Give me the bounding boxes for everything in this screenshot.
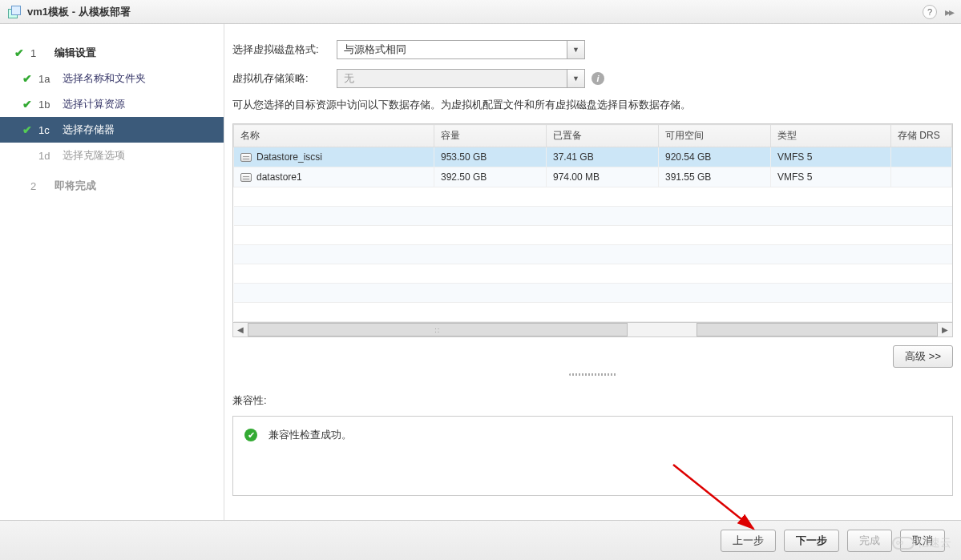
advanced-button[interactable]: 高级 >> [893, 345, 953, 368]
cell-provisioned: 974.00 MB [547, 167, 659, 187]
step-number: 1a [38, 73, 63, 85]
table-row-empty [234, 245, 952, 264]
scroll-thumb[interactable]: :: [248, 323, 628, 336]
storage-policy-dropdown: 无 ▼ [337, 69, 585, 88]
step-label: 选择名称和文件夹 [63, 71, 146, 86]
cancel-button[interactable]: 取消 [900, 530, 945, 552]
back-button[interactable]: 上一步 [721, 530, 776, 552]
scroll-right-icon[interactable]: ▶ [938, 325, 952, 334]
grid-header: 名称 容量 已置备 可用空间 类型 存储 DRS [234, 125, 952, 147]
next-button[interactable]: 下一步 [784, 530, 839, 552]
step-label: 选择克隆选项 [63, 148, 125, 163]
check-icon: ✔ [22, 123, 38, 136]
pin-button[interactable]: ▸▸ [945, 6, 953, 18]
scroll-thumb[interactable] [697, 323, 938, 336]
table-row-empty [234, 264, 952, 284]
table-row-empty [234, 207, 952, 226]
step-label: 即将完成 [55, 179, 96, 193]
table-row[interactable]: datastore1 392.50 GB 974.00 MB 391.55 GB… [234, 167, 952, 187]
window-title: vm1模板 - 从模板部署 [27, 5, 918, 19]
info-icon[interactable]: i [592, 72, 604, 85]
cell-name: datastore1 [256, 171, 302, 183]
wizard-footer: 上一步 下一步 完成 取消 [0, 520, 961, 560]
titlebar: vm1模板 - 从模板部署 ? ▸▸ [0, 0, 961, 24]
col-free[interactable]: 可用空间 [659, 125, 771, 147]
check-icon: ✔ [14, 46, 30, 59]
storage-policy-label: 虚拟机存储策略: [232, 71, 337, 86]
cell-provisioned: 37.41 GB [547, 147, 659, 167]
col-drs[interactable]: 存储 DRS [891, 125, 952, 147]
finish-button: 完成 [847, 530, 892, 552]
check-icon: ✔ [22, 98, 38, 111]
cell-type: VMFS 5 [771, 147, 891, 167]
col-type[interactable]: 类型 [771, 125, 891, 147]
cell-capacity: 953.50 GB [434, 147, 547, 167]
step-number: 1d [38, 150, 63, 162]
step-number: 1 [30, 47, 55, 59]
chevron-down-icon[interactable]: ▼ [567, 41, 584, 58]
step-number: 1c [38, 124, 63, 136]
step-label: 选择计算资源 [63, 97, 125, 111]
grid-scrollbar[interactable]: ◀ :: ▶ [233, 322, 952, 336]
step-label: 选择存储器 [63, 123, 115, 137]
disk-format-dropdown[interactable]: 与源格式相同 ▼ [337, 40, 585, 59]
step-header-2[interactable]: 2 即将完成 [0, 173, 224, 199]
resize-grip-icon[interactable] [232, 373, 953, 376]
scroll-track[interactable]: :: [248, 323, 938, 336]
cell-capacity: 392.50 GB [434, 167, 547, 187]
table-row[interactable]: Datastore_iscsi 953.50 GB 37.41 GB 920.5… [234, 147, 952, 167]
compatibility-message: 兼容性检查成功。 [269, 429, 352, 441]
datastore-icon [240, 173, 252, 182]
step-1b[interactable]: ✔ 1b 选择计算资源 [0, 91, 224, 117]
compatibility-box: ✔ 兼容性检查成功。 [232, 416, 953, 496]
step-header-1[interactable]: ✔ 1 编辑设置 [0, 40, 224, 66]
help-button[interactable]: ? [923, 5, 937, 19]
step-1d[interactable]: 1d 选择克隆选项 [0, 143, 224, 168]
disk-format-row: 选择虚拟磁盘格式: 与源格式相同 ▼ [232, 40, 953, 59]
table-row-empty [234, 226, 952, 245]
col-provisioned[interactable]: 已置备 [547, 125, 659, 147]
dropdown-value: 与源格式相同 [337, 42, 567, 57]
datastore-grid: 名称 容量 已置备 可用空间 类型 存储 DRS Datastore_iscsi… [232, 123, 953, 337]
col-name[interactable]: 名称 [234, 125, 434, 147]
storage-policy-row: 虚拟机存储策略: 无 ▼ i [232, 69, 953, 88]
cell-free: 920.54 GB [659, 147, 771, 167]
cell-name: Datastore_iscsi [256, 151, 322, 163]
cell-drs [891, 147, 952, 167]
compatibility-label: 兼容性: [232, 393, 953, 408]
scroll-left-icon[interactable]: ◀ [233, 325, 248, 334]
chevron-down-icon: ▼ [567, 70, 584, 87]
disk-format-label: 选择虚拟磁盘格式: [232, 42, 337, 57]
step-1a[interactable]: ✔ 1a 选择名称和文件夹 [0, 66, 224, 91]
content-pane: 选择虚拟磁盘格式: 与源格式相同 ▼ 虚拟机存储策略: 无 ▼ i 可从您选择的… [224, 24, 961, 520]
col-capacity[interactable]: 容量 [434, 125, 547, 147]
cell-free: 391.55 GB [659, 167, 771, 187]
step-1c[interactable]: ✔ 1c 选择存储器 [0, 117, 224, 143]
table-row-empty [234, 187, 952, 207]
wizard-steps-sidebar: ✔ 1 编辑设置 ✔ 1a 选择名称和文件夹 ✔ 1b 选择计算资源 ✔ 1c … [0, 24, 224, 520]
table-row-empty [234, 303, 952, 322]
check-icon: ✔ [22, 72, 38, 85]
step-label: 编辑设置 [55, 46, 96, 60]
dropdown-value: 无 [337, 71, 567, 86]
cell-type: VMFS 5 [771, 167, 891, 187]
success-icon: ✔ [244, 429, 257, 441]
template-icon [8, 6, 21, 18]
step-number: 1b [38, 99, 63, 111]
cell-drs [891, 167, 952, 187]
step-number: 2 [30, 180, 55, 192]
table-row-empty [234, 284, 952, 303]
description-text: 可从您选择的目标资源中访问以下数据存储。为虚拟机配置文件和所有虚拟磁盘选择目标数… [232, 98, 953, 112]
datastore-icon [240, 153, 252, 162]
